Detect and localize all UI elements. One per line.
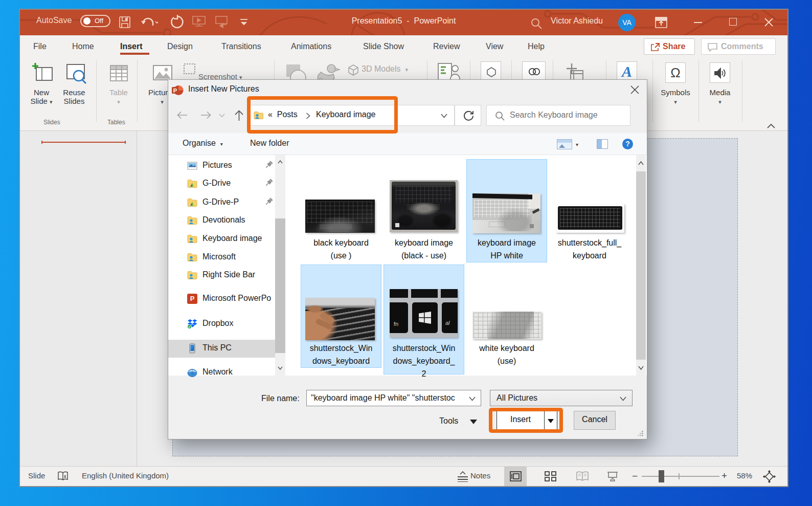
- svg-text:P: P: [173, 87, 177, 94]
